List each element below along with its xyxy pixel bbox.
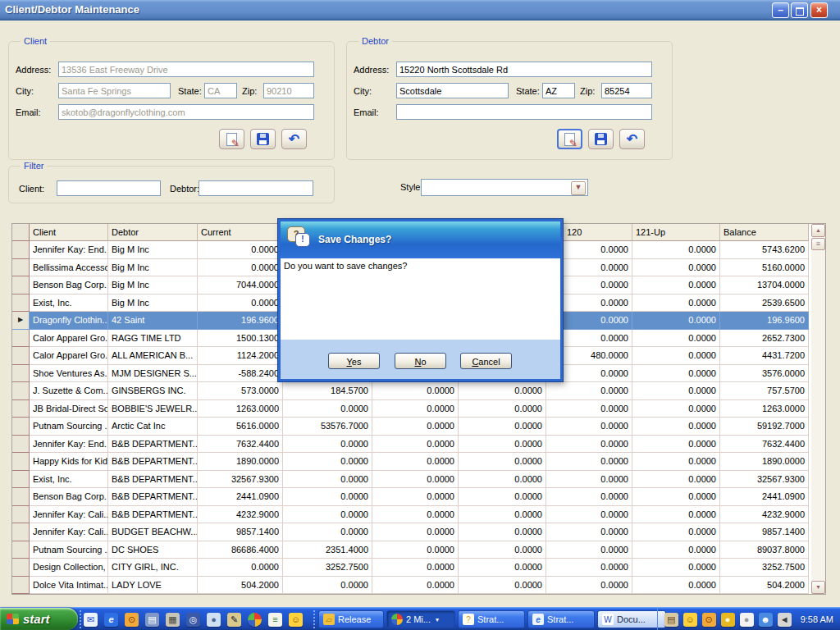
cell[interactable]: 184.5700: [283, 382, 372, 400]
doc-question-icon[interactable]: ?: [463, 614, 474, 625]
cell[interactable]: 42 Saint: [108, 312, 198, 330]
debtor-address-field[interactable]: [396, 62, 652, 77]
cell[interactable]: Bellissima Accesso...: [30, 259, 108, 277]
cell[interactable]: 1500.1300: [198, 330, 283, 348]
cell[interactable]: 0.0000: [459, 400, 546, 418]
debtor-state-field[interactable]: [542, 83, 575, 98]
cell[interactable]: 0.0000: [459, 471, 546, 489]
cell[interactable]: 7632.4400: [720, 436, 809, 454]
cell[interactable]: Happy Kids for Kid...: [30, 453, 108, 471]
cell[interactable]: 3252.7500: [283, 559, 372, 577]
row-selector[interactable]: [12, 294, 30, 313]
cell[interactable]: 196.9600: [720, 312, 809, 330]
cell[interactable]: 1890.0000: [198, 453, 283, 471]
client-state-field[interactable]: [204, 83, 237, 98]
cell[interactable]: 0.0000: [546, 400, 632, 418]
cell[interactable]: Dragonfly Clothin...: [30, 312, 108, 330]
cell[interactable]: 0.0000: [372, 400, 459, 418]
row-selector[interactable]: [12, 241, 30, 259]
volume-icon[interactable]: ◄: [778, 613, 792, 627]
cell[interactable]: 0.0000: [372, 453, 459, 471]
row-selector[interactable]: [12, 400, 30, 418]
smiley-icon[interactable]: ☺: [289, 613, 303, 627]
cell[interactable]: B&B DEPARTMENT...: [108, 453, 198, 471]
cell[interactable]: 0.0000: [283, 506, 372, 524]
cell[interactable]: 0.0000: [632, 347, 720, 365]
table-row[interactable]: Exist, Inc.B&B DEPARTMENT...32567.93000.…: [12, 471, 825, 489]
scroll-up-icon[interactable]: ▲: [811, 224, 825, 237]
cell[interactable]: 0.0000: [372, 436, 459, 454]
cell[interactable]: 89037.8000: [720, 541, 809, 559]
cell[interactable]: Benson Bag Corp.: [30, 488, 108, 506]
debtor-city-field[interactable]: [396, 83, 509, 98]
filter-debtor-input[interactable]: [199, 180, 313, 196]
cell[interactable]: 2351.4000: [283, 541, 372, 559]
cell[interactable]: 0.0000: [546, 471, 632, 489]
cell[interactable]: 504.2000: [198, 577, 283, 595]
cell[interactable]: 196.9600: [198, 312, 283, 330]
cell[interactable]: 0.0000: [372, 418, 459, 436]
cell[interactable]: 0.0000: [632, 294, 720, 313]
cell[interactable]: 0.0000: [632, 400, 720, 418]
cell[interactable]: BUDGET BEACHW...: [108, 523, 198, 541]
task-button-docu[interactable]: WDocu...: [597, 610, 666, 628]
cell[interactable]: Putnam Sourcing ...: [30, 541, 108, 559]
cell[interactable]: 0.0000: [632, 506, 720, 524]
cell[interactable]: 0.0000: [632, 312, 720, 330]
cell[interactable]: Big M Inc: [108, 276, 198, 294]
bird-icon[interactable]: ●: [721, 613, 735, 627]
cell[interactable]: 0.0000: [546, 577, 632, 595]
cell[interactable]: 0.0000: [632, 559, 720, 577]
cell[interactable]: 0.0000: [283, 453, 372, 471]
cell[interactable]: 0.0000: [546, 523, 632, 541]
cell[interactable]: 0.0000: [459, 418, 546, 436]
cell[interactable]: 59192.7000: [720, 418, 809, 436]
cell[interactable]: 0.0000: [283, 488, 372, 506]
cell[interactable]: 0.0000: [632, 488, 720, 506]
cell[interactable]: 3576.0000: [720, 365, 809, 383]
cell[interactable]: Big M Inc: [108, 241, 198, 259]
table-row[interactable]: Putnam Sourcing ...DC SHOES86686.4000235…: [12, 541, 825, 559]
cell[interactable]: 0.0000: [546, 453, 632, 471]
cell[interactable]: 0.0000: [632, 382, 720, 400]
cell[interactable]: 2441.0900: [720, 488, 809, 506]
filter-client-input[interactable]: [57, 180, 161, 196]
minimize-button[interactable]: –: [772, 2, 789, 18]
cell[interactable]: 0.0000: [546, 418, 632, 436]
clock-tray-icon[interactable]: ⊙: [702, 613, 716, 627]
smiley-tray-icon[interactable]: ☺: [683, 613, 697, 627]
cell[interactable]: 5616.0000: [198, 418, 283, 436]
cell[interactable]: 0.0000: [459, 382, 546, 400]
row-selector[interactable]: [12, 559, 30, 577]
cell[interactable]: 4232.9000: [720, 506, 809, 524]
cell[interactable]: 0.0000: [283, 471, 372, 489]
row-selector[interactable]: [12, 453, 30, 471]
cell[interactable]: 0.0000: [198, 559, 283, 577]
task-button-2mi[interactable]: 2 Mi...▾: [386, 610, 455, 628]
row-selector[interactable]: [12, 382, 30, 400]
cell[interactable]: 0.0000: [372, 506, 459, 524]
cell[interactable]: 0.0000: [546, 559, 632, 577]
cell[interactable]: 4431.7200: [720, 347, 809, 365]
cell[interactable]: 0.0000: [198, 259, 283, 277]
table-row[interactable]: Happy Kids for Kid...B&B DEPARTMENT...18…: [12, 453, 825, 471]
debtor-zip-field[interactable]: [601, 83, 652, 98]
safe-icon[interactable]: ▦: [166, 613, 180, 627]
column-header[interactable]: [12, 224, 30, 241]
cell[interactable]: 0.0000: [283, 436, 372, 454]
table-row[interactable]: Design Collection, ...CITY GIRL, INC.0.0…: [12, 559, 825, 577]
cell[interactable]: 0.0000: [632, 577, 720, 595]
cell[interactable]: B&B DEPARTMENT...: [108, 436, 198, 454]
cell[interactable]: 13704.0000: [720, 276, 809, 294]
cell[interactable]: 0.0000: [632, 523, 720, 541]
table-row[interactable]: J. Suzette & Com...GINSBERGS INC.573.000…: [12, 382, 825, 400]
cell[interactable]: Jennifer Kay: Cali...: [30, 506, 108, 524]
client-zip-field[interactable]: [263, 83, 314, 98]
table-row[interactable]: Dolce Vita Intimat...LADY LOVE504.20000.…: [12, 577, 825, 595]
column-header-debtor[interactable]: Debtor: [108, 224, 198, 241]
client-email-field[interactable]: [58, 104, 314, 120]
cell[interactable]: Jennifer Kay: End...: [30, 436, 108, 454]
msn-pinwheel-icon[interactable]: [248, 613, 262, 627]
cell[interactable]: 0.0000: [459, 523, 546, 541]
cell[interactable]: -588.2400: [198, 365, 283, 383]
